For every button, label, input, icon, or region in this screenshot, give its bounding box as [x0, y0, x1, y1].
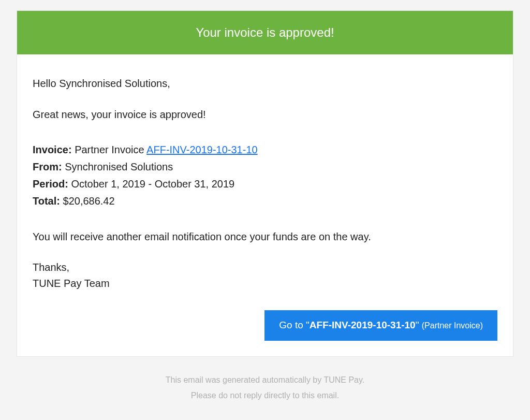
period-label: Period:: [33, 178, 68, 190]
email-container: Your invoice is approved! Hello Synchron…: [17, 10, 513, 357]
from-label: From:: [33, 161, 62, 172]
intro-line: Great news, your invoice is approved!: [33, 106, 497, 123]
period-value: October 1, 2019 - October 31, 2019: [68, 178, 234, 190]
signoff-thanks: Thanks,: [33, 259, 497, 276]
invoice-prefix: Partner Invoice: [72, 144, 147, 155]
cta-suffix: ": [416, 320, 422, 330]
greeting-line: Hello Synchronised Solutions,: [33, 75, 497, 92]
footer-line-1: This email was generated automatically b…: [10, 372, 520, 388]
period-row: Period: October 1, 2019 - October 31, 20…: [33, 176, 497, 193]
email-footer: This email was generated automatically b…: [10, 372, 520, 404]
invoice-details: Invoice: Partner Invoice AFF-INV-2019-10…: [33, 141, 497, 210]
invoice-link[interactable]: AFF-INV-2019-10-31-10: [146, 144, 258, 155]
total-label: Total:: [33, 195, 60, 207]
total-row: Total: $20,686.42: [33, 193, 497, 210]
invoice-label: Invoice:: [33, 144, 72, 155]
header-banner: Your invoice is approved!: [17, 11, 513, 54]
invoice-row: Invoice: Partner Invoice AFF-INV-2019-10…: [33, 141, 497, 158]
go-to-invoice-button[interactable]: Go to "AFF-INV-2019-10-31-10" (Partner I…: [264, 310, 497, 341]
cta-invoice-id: AFF-INV-2019-10-31-10: [310, 320, 416, 330]
notice-line: You will receive another email notificat…: [33, 228, 497, 245]
signoff-team: TUNE Pay Team: [33, 276, 497, 292]
cta-wrapper: Go to "AFF-INV-2019-10-31-10" (Partner I…: [33, 310, 497, 341]
header-title: Your invoice is approved!: [196, 25, 334, 39]
from-row: From: Synchronised Solutions: [33, 158, 497, 176]
cta-subtext: (Partner Invoice): [422, 321, 483, 330]
total-value: $20,686.42: [60, 195, 115, 207]
from-value: Synchronised Solutions: [62, 161, 173, 172]
cta-prefix: Go to ": [279, 320, 310, 330]
email-body: Hello Synchronised Solutions, Great news…: [17, 54, 513, 356]
footer-line-2: Please do not reply directly to this ema…: [10, 388, 520, 403]
signoff-block: Thanks, TUNE Pay Team: [33, 259, 497, 292]
